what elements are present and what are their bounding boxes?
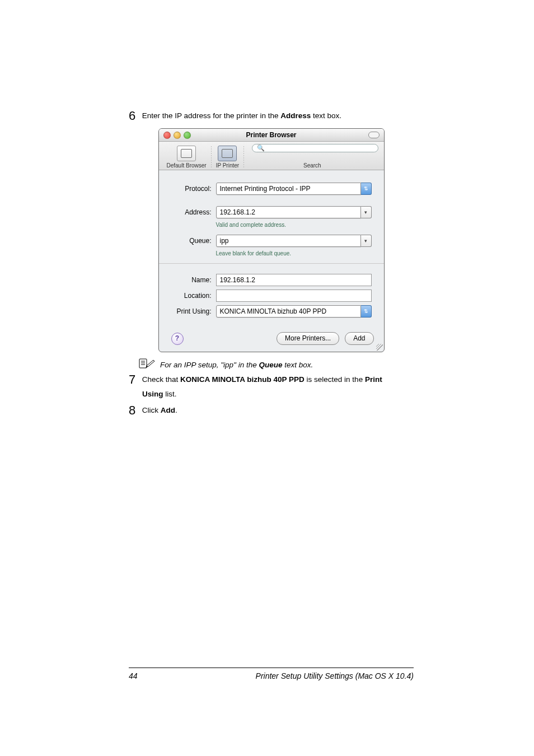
- name-input[interactable]: [216, 274, 372, 286]
- address-input[interactable]: 192.168.1.2: [216, 206, 361, 218]
- location-label: Location:: [171, 292, 216, 300]
- step-8: 8 Click Add.: [129, 401, 414, 419]
- protocol-label: Protocol:: [171, 185, 216, 193]
- note: For an IPP setup, "ipp" in the Queue tex…: [139, 358, 414, 369]
- step-7-number: 7: [129, 370, 140, 389]
- note-bold: Queue: [259, 361, 282, 369]
- titlebar: Printer Browser: [159, 129, 384, 142]
- queue-label: Queue:: [171, 237, 216, 245]
- page-footer: 44 Printer Setup Utility Settings (Mac O…: [129, 668, 414, 680]
- toolbar-separator: [243, 146, 244, 169]
- location-input[interactable]: [216, 290, 372, 302]
- step-8-number: 8: [129, 401, 140, 419]
- note-pre: For an IPP setup, "ipp" in the: [160, 361, 259, 369]
- ip-printer-tab[interactable]: IP Printer: [214, 146, 242, 169]
- step-6-text-pre: Enter the IP address for the printer in …: [142, 111, 280, 120]
- svg-rect-0: [139, 359, 147, 368]
- step-7-cont-post: list.: [163, 390, 177, 398]
- add-button[interactable]: Add: [345, 332, 373, 345]
- window-title: Printer Browser: [159, 131, 384, 139]
- step-6-text-bold: Address: [280, 111, 311, 120]
- note-icon: [139, 358, 156, 369]
- ip-printer-label: IP Printer: [216, 162, 240, 169]
- toolbar-separator: [211, 146, 212, 169]
- default-browser-label: Default Browser: [167, 162, 207, 169]
- help-button[interactable]: ?: [171, 333, 184, 345]
- toolbar-toggle-icon[interactable]: [368, 132, 380, 138]
- search-label: Search: [246, 162, 378, 169]
- step-6: 6 Enter the IP address for the printer i…: [129, 106, 414, 125]
- toolbar: Default Browser IP Printer 🔍 Search: [159, 142, 384, 170]
- more-printers-button[interactable]: More Printers...: [277, 332, 339, 345]
- step-7-bold2: Print: [365, 375, 382, 384]
- step-6-text-post: text box.: [311, 111, 341, 120]
- print-using-label: Print Using:: [171, 307, 216, 315]
- address-history-icon[interactable]: ▾: [361, 206, 372, 218]
- step-7-cont: Using list.: [142, 389, 414, 400]
- queue-input[interactable]: ipp: [216, 235, 361, 247]
- queue-hint: Leave blank for default queue.: [216, 250, 372, 256]
- step-6-number: 6: [129, 106, 140, 125]
- divider: [159, 263, 384, 264]
- search-input[interactable]: 🔍: [252, 144, 378, 152]
- protocol-dropdown-icon[interactable]: ⇅: [361, 183, 372, 195]
- default-browser-tab[interactable]: Default Browser: [165, 146, 209, 169]
- address-hint: Valid and complete address.: [216, 222, 372, 228]
- printer-browser-dialog: Printer Browser Default Browser IP Print…: [158, 128, 385, 352]
- address-label: Address:: [171, 208, 216, 216]
- queue-history-icon[interactable]: ▾: [361, 235, 372, 247]
- resize-handle-icon[interactable]: [376, 344, 383, 351]
- step-7-mid: is selected in the: [305, 375, 365, 384]
- step-7-bold1: KONICA MINOLTA bizhub 40P PPD: [180, 375, 305, 384]
- step-7: 7 Check that KONICA MINOLTA bizhub 40P P…: [129, 370, 414, 389]
- footer-title: Printer Setup Utility Settings (Mac OS X…: [256, 671, 414, 680]
- note-post: text box.: [282, 361, 313, 369]
- protocol-select[interactable]: Internet Printing Protocol - IPP: [216, 183, 361, 195]
- search-icon: 🔍: [257, 144, 265, 152]
- printer-ip-icon: [222, 149, 233, 158]
- printer-icon: [181, 149, 192, 158]
- step-8-post: .: [175, 406, 177, 414]
- name-label: Name:: [171, 276, 216, 284]
- page-number: 44: [129, 671, 138, 680]
- print-using-select[interactable]: KONICA MINOLTA bizhub 40P PPD: [216, 305, 361, 318]
- step-7-pre: Check that: [142, 375, 180, 384]
- step-8-pre: Click: [142, 406, 161, 414]
- step-8-bold: Add: [161, 406, 175, 414]
- print-using-dropdown-icon[interactable]: ⇅: [361, 305, 372, 318]
- step-7-cont-bold: Using: [142, 390, 163, 398]
